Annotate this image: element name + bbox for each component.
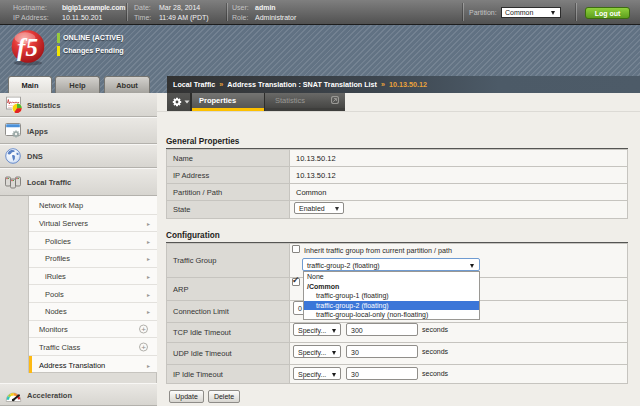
svg-text:f5: f5	[17, 34, 38, 61]
